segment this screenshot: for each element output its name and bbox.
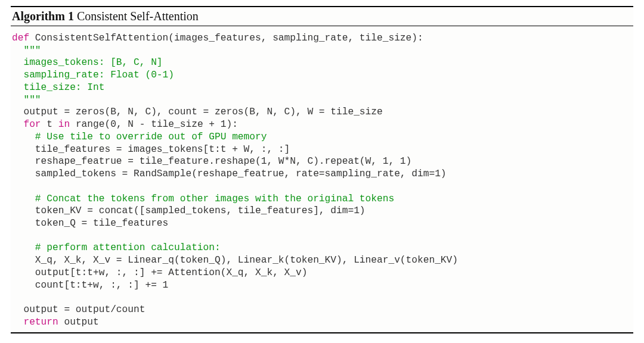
code-line: token_KV = concat([sampled_tokens, tile_… bbox=[12, 205, 366, 216]
docstring-line: tile_size: Int bbox=[12, 82, 104, 93]
code-line: range(0, N - tile_size + 1): bbox=[70, 119, 238, 130]
code-line: ConsistentSelfAttention(images_features,… bbox=[29, 33, 423, 43]
code-line: output[t:t+w, :, :] += Attention(X_q, X_… bbox=[12, 267, 307, 278]
algorithm-block: Algorithm 1 Consistent Self-Attention de… bbox=[11, 6, 633, 333]
docstring-line: images_tokens: [B, C, N] bbox=[12, 57, 163, 68]
code-line: token_Q = tile_features bbox=[12, 218, 168, 229]
algorithm-header: Algorithm 1 Consistent Self-Attention bbox=[11, 6, 633, 26]
kw-return: return bbox=[12, 317, 58, 328]
code-line: output = output/count bbox=[12, 304, 145, 315]
code-line: sampled_tokens = RandSample(reshape_feat… bbox=[12, 169, 447, 179]
code-line: output = zeros(B, N, C), count = zeros(B… bbox=[12, 107, 383, 117]
code-listing: def ConsistentSelfAttention(images_featu… bbox=[12, 32, 632, 329]
code-line: tile_features = images_tokens[t:t + W, :… bbox=[12, 144, 290, 155]
algorithm-label: Algorithm 1 bbox=[12, 10, 74, 23]
kw-for: for bbox=[12, 119, 41, 130]
comment-line: # Use tile to override out of GPU memory bbox=[12, 132, 267, 142]
algorithm-title: Consistent Self-Attention bbox=[77, 10, 199, 23]
docstring-close: """ bbox=[12, 95, 41, 105]
code-line: X_q, X_k, X_v = Linear_q(token_Q), Linea… bbox=[12, 255, 458, 266]
code-line: count[t:t+w, :, :] += 1 bbox=[12, 280, 168, 291]
code-line: reshape_featrue = tile_feature.reshape(1… bbox=[12, 156, 411, 167]
algorithm-body: def ConsistentSelfAttention(images_featu… bbox=[11, 26, 633, 333]
code-line: output bbox=[58, 317, 99, 328]
comment-line: # Concat the tokens from other images wi… bbox=[12, 194, 394, 204]
kw-in: in bbox=[58, 119, 70, 130]
code-line: t bbox=[41, 119, 58, 130]
docstring-line: sampling_rate: Float (0-1) bbox=[12, 70, 174, 80]
kw-def: def bbox=[12, 33, 29, 43]
docstring-open: """ bbox=[12, 45, 41, 56]
comment-line: # perform attention calculation: bbox=[12, 242, 221, 253]
